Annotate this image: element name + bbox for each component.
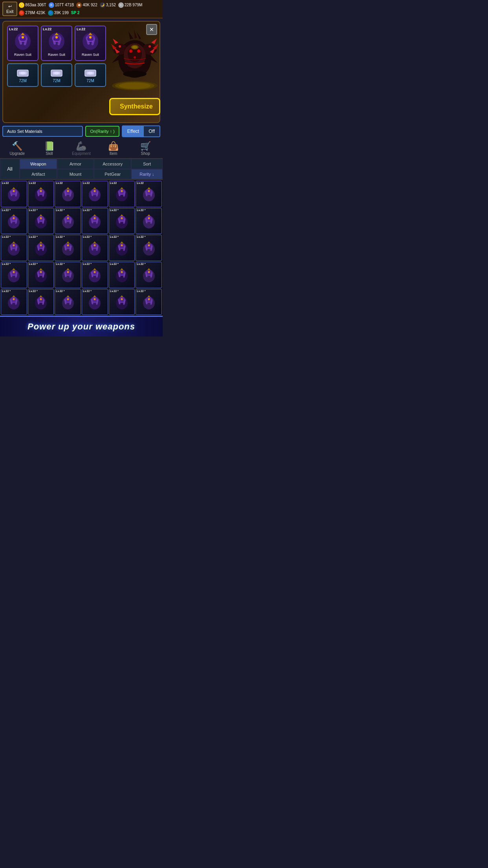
tab-shop[interactable]: 🛒 Shop (130, 140, 161, 158)
currency-teal: 🔵 39K 199 (48, 10, 69, 16)
filter-armor[interactable]: Armor (57, 159, 94, 169)
synth-slot-3[interactable]: Lv.22 Raven Suit (75, 26, 106, 61)
svg-marker-64 (12, 187, 15, 189)
svg-point-54 (132, 46, 138, 49)
synth-slot-1[interactable]: Lv.22 Raven Suit (7, 26, 39, 61)
item-level-badge: Lv.22 * (110, 235, 119, 238)
glow-svg (109, 80, 160, 92)
grid-item[interactable]: Lv.22 * (136, 262, 162, 288)
grid-item[interactable]: Lv.22 * (82, 262, 108, 288)
grid-item[interactable]: Lv.22 * (28, 289, 54, 315)
filter-weapon[interactable]: Weapon (20, 159, 57, 169)
rarity-sort[interactable]: Rarity ↓ (131, 169, 163, 179)
svg-marker-218 (120, 268, 123, 270)
grid-item[interactable]: Lv.22 * (55, 235, 81, 261)
grid-item[interactable]: Lv.22 * (1, 262, 27, 288)
tab-equipment[interactable]: 🦾 Equipment (66, 140, 97, 158)
synth-material-row: 72M 72M 72M (7, 63, 106, 87)
grid-item[interactable]: Lv.22 * (136, 289, 162, 315)
tab-equipment-label: Equipment (72, 151, 91, 156)
svg-marker-232 (12, 295, 15, 297)
skill-icon: 📗 (44, 142, 55, 151)
moon-icon: 🌙 (100, 2, 105, 8)
svg-marker-211 (93, 268, 96, 270)
svg-marker-39 (151, 39, 157, 44)
grid-item[interactable]: Lv.22 * (136, 235, 162, 261)
svg-marker-155 (39, 241, 42, 243)
exit-label: Exit (6, 9, 13, 14)
grid-item[interactable]: Lv.22 * (55, 289, 81, 315)
filter-all[interactable]: All (0, 159, 20, 179)
grid-item[interactable]: Lv.22 * (109, 289, 135, 315)
grid-item[interactable]: Lv.22 (109, 181, 135, 207)
grid-item[interactable]: Lv.22 (55, 181, 81, 207)
grid-item[interactable]: Lv.22 * (1, 208, 27, 234)
close-button[interactable]: ✕ (146, 24, 157, 35)
svg-point-46 (134, 56, 136, 59)
svg-point-93 (121, 190, 123, 192)
grid-item[interactable]: Lv.22 * (55, 262, 81, 288)
grid-item[interactable]: Lv.22 * (1, 235, 27, 261)
svg-point-254 (94, 298, 96, 300)
svg-point-212 (94, 271, 96, 273)
grid-item[interactable]: Lv.22 * (109, 262, 135, 288)
filter-accessory[interactable]: Accessory (94, 159, 131, 169)
svg-marker-71 (39, 187, 42, 189)
tab-item[interactable]: 👜 Item (98, 140, 129, 158)
svg-marker-225 (147, 268, 150, 270)
item-level-badge: Lv.22 * (83, 235, 92, 238)
material-slot-2[interactable]: 72M (41, 63, 72, 87)
svg-marker-267 (147, 295, 150, 297)
level-badge-1: Lv.22 (9, 27, 18, 31)
item-level-badge: Lv.22 * (56, 290, 64, 292)
tab-skill[interactable]: 📗 Skill (34, 140, 65, 158)
grid-item[interactable]: Lv.22 (82, 181, 108, 207)
item-level-badge: Lv.22 * (2, 209, 11, 211)
armor-icon-2 (46, 30, 68, 52)
svg-marker-99 (147, 187, 150, 189)
grid-item[interactable]: Lv.22 * (28, 208, 54, 234)
filter-artifact[interactable]: Artifact (20, 169, 57, 179)
synthesize-button[interactable]: Synthesize (109, 98, 160, 115)
material-slot-1[interactable]: 72M (7, 63, 39, 87)
material-icon-1 (16, 68, 30, 79)
grid-item[interactable]: Lv.22 * (136, 208, 162, 234)
teal-value: 39K 199 (54, 11, 69, 15)
material-icon-2 (50, 68, 64, 79)
grid-item[interactable]: Lv.22 (1, 181, 27, 207)
filter-petgear[interactable]: PetGear (94, 169, 131, 179)
material-slot-3[interactable]: 72M (75, 63, 106, 87)
tab-bar: 🔨 Upgrade 📗 Skill 🦾 Equipment 👜 Item 🛒 S… (0, 139, 163, 159)
auto-set-value[interactable]: On(Rarity ↑ ) (85, 126, 119, 137)
synth-items-list: Lv.22 Raven Suit Lv.22 (7, 26, 106, 115)
grid-item[interactable]: Lv.22 * (109, 208, 135, 234)
grid-item[interactable]: Lv.22 * (82, 289, 108, 315)
effect-off-button[interactable]: Off (144, 126, 160, 136)
svg-marker-113 (39, 214, 42, 216)
grid-item[interactable]: Lv.22 * (82, 208, 108, 234)
grid-item[interactable]: Lv.22 (28, 181, 54, 207)
svg-marker-106 (12, 214, 15, 216)
grid-item[interactable]: Lv.22 (136, 181, 162, 207)
svg-point-32 (88, 72, 93, 75)
grid-item[interactable]: Lv.22 * (109, 235, 135, 261)
sort-button[interactable]: Sort (131, 159, 163, 169)
grid-item[interactable]: Lv.22 * (82, 235, 108, 261)
svg-point-100 (148, 190, 150, 192)
grid-item[interactable]: Lv.22 * (28, 235, 54, 261)
tab-upgrade[interactable]: 🔨 Upgrade (2, 140, 33, 158)
exit-button[interactable]: ↩ Exit (2, 2, 17, 16)
grid-item[interactable]: Lv.22 * (55, 208, 81, 234)
svg-point-247 (67, 298, 69, 300)
grid-item[interactable]: Lv.22 * (1, 289, 27, 315)
currency-red: 🔴 278M 423K (19, 10, 45, 16)
currency-sp: SP 2 (71, 10, 80, 16)
grid-item[interactable]: Lv.22 * (28, 262, 54, 288)
effect-button[interactable]: Effect (123, 126, 144, 136)
synth-content: Lv.22 Raven Suit Lv.22 (7, 26, 156, 115)
equipment-icon: 🦾 (76, 142, 86, 151)
filter-mount[interactable]: Mount (57, 169, 94, 179)
currency-gold: 🪙 863aa 306T (19, 2, 46, 8)
svg-marker-134 (120, 214, 123, 216)
synth-slot-2[interactable]: Lv.22 Raven Suit (41, 26, 72, 61)
